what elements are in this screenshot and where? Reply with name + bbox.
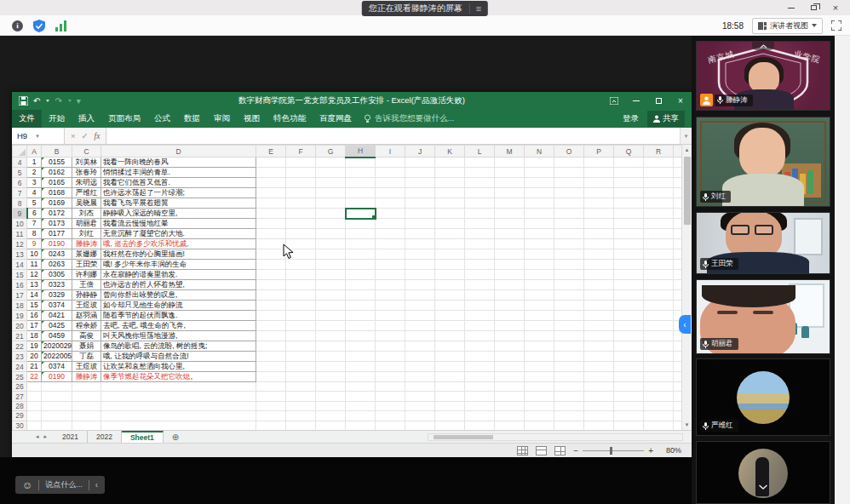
cell[interactable] (256, 401, 286, 410)
cell[interactable] (405, 280, 435, 290)
cell[interactable] (465, 411, 495, 421)
selected-cell[interactable] (346, 209, 376, 219)
cell[interactable] (525, 188, 554, 198)
sheet-nav-next[interactable]: ▸ (44, 433, 48, 440)
cell[interactable]: 0155 (42, 158, 72, 168)
cell[interactable]: 叫天风挽你坦荡地漫游, (101, 331, 256, 341)
cell[interactable] (465, 321, 495, 331)
cell[interactable] (256, 239, 286, 249)
cell[interactable] (346, 411, 376, 421)
column-header-C[interactable]: C (72, 146, 101, 158)
cell[interactable] (614, 178, 644, 188)
cell[interactable]: 刘杰 (72, 209, 101, 219)
cell[interactable] (554, 362, 584, 372)
cell[interactable]: 无意沉醉了凝望它的大地. (101, 229, 256, 239)
video-tile-yanweihong[interactable]: 严维红 (696, 358, 830, 436)
cell[interactable]: 0305 (42, 270, 72, 280)
row-header-26[interactable]: 26 (13, 382, 27, 392)
cell[interactable] (42, 411, 72, 421)
cell[interactable]: 王倍 (72, 280, 101, 290)
cell[interactable] (346, 188, 376, 198)
cell[interactable] (435, 301, 465, 311)
cell[interactable]: 随着季节的起伏而飘逸. (101, 311, 256, 321)
cell[interactable] (72, 401, 101, 410)
cell[interactable] (346, 331, 376, 341)
column-header-E[interactable]: E (256, 146, 286, 158)
cell[interactable] (614, 219, 644, 229)
cell[interactable] (346, 352, 376, 362)
ribbon-tab-9[interactable]: 特色功能 (267, 110, 313, 128)
cell[interactable] (554, 219, 584, 229)
ribbon-tab-6[interactable]: 数据 (177, 110, 207, 128)
ribbon-tab-10[interactable]: 百度网盘 (313, 110, 359, 128)
cell[interactable] (286, 321, 316, 331)
column-header-I[interactable]: I (376, 146, 405, 158)
cell[interactable] (495, 362, 525, 372)
row-header-4[interactable]: 4 (13, 158, 27, 168)
cell[interactable] (286, 372, 316, 382)
cell[interactable]: 0172 (42, 209, 72, 219)
cell[interactable] (405, 249, 435, 260)
cell[interactable] (495, 209, 525, 219)
chat-input[interactable]: 说点什么... (45, 479, 83, 490)
column-header-Q[interactable]: Q (614, 146, 644, 158)
view-page-layout-icon[interactable] (536, 446, 547, 455)
cell[interactable] (346, 372, 376, 382)
formula-fx-button[interactable]: fx (95, 132, 101, 140)
cell[interactable]: 景姗娜 (72, 249, 101, 260)
cell[interactable] (405, 209, 435, 219)
cell[interactable] (256, 168, 286, 178)
cell[interactable] (435, 178, 465, 188)
cell[interactable] (435, 382, 465, 392)
sheet-tab-Sheet1[interactable]: Sheet1 (122, 431, 164, 443)
cell[interactable] (465, 401, 495, 410)
ribbon-display-button[interactable] (603, 92, 625, 109)
scroll-up-icon[interactable]: ▲ (682, 145, 692, 155)
row-header-13[interactable]: 13 (13, 249, 27, 260)
video-tile-wangtianrong[interactable]: 王田荣 (696, 212, 830, 274)
cell[interactable] (435, 321, 465, 331)
cell[interactable] (286, 188, 316, 198)
formula-cancel-button[interactable]: × (71, 131, 76, 140)
cell[interactable] (554, 311, 584, 321)
cell[interactable] (495, 188, 525, 198)
cell[interactable] (584, 178, 614, 188)
cell[interactable] (465, 290, 495, 301)
cell[interactable] (465, 352, 495, 362)
cell[interactable] (101, 392, 256, 401)
column-header-A[interactable]: A (27, 146, 42, 158)
ribbon-tab-7[interactable]: 审阅 (207, 110, 237, 128)
cell[interactable]: 聂娟 (72, 341, 101, 352)
cell[interactable] (346, 229, 376, 239)
cell[interactable]: 0169 (42, 198, 72, 209)
row-header-27[interactable]: 27 (13, 392, 27, 401)
cell[interactable] (644, 249, 674, 260)
cell[interactable] (614, 168, 644, 178)
cell[interactable] (465, 362, 495, 372)
cell[interactable] (495, 421, 525, 430)
cell[interactable] (376, 372, 405, 382)
zoom-slider-thumb[interactable] (610, 447, 612, 455)
cell[interactable] (286, 352, 316, 362)
cell[interactable]: 如今却只见他生命的静流 (101, 301, 256, 311)
cell[interactable] (465, 372, 495, 382)
cell[interactable] (614, 239, 644, 249)
cell[interactable] (554, 168, 584, 178)
cell[interactable]: 刘红 (72, 229, 101, 239)
cell[interactable]: 王田荣 (72, 260, 101, 270)
cell[interactable] (376, 321, 405, 331)
cell[interactable] (495, 168, 525, 178)
cell[interactable] (584, 372, 614, 382)
cell[interactable] (256, 260, 286, 270)
column-header-O[interactable]: O (554, 146, 584, 158)
cell[interactable] (584, 401, 614, 410)
cell[interactable] (256, 219, 286, 229)
cell[interactable] (405, 239, 435, 249)
cell[interactable] (405, 290, 435, 301)
info-icon[interactable]: i (12, 20, 23, 32)
cell[interactable]: 高俊 (72, 331, 101, 341)
cell[interactable] (376, 158, 405, 168)
cell[interactable] (614, 392, 644, 401)
cell[interactable] (584, 341, 614, 352)
cell[interactable] (316, 411, 346, 421)
